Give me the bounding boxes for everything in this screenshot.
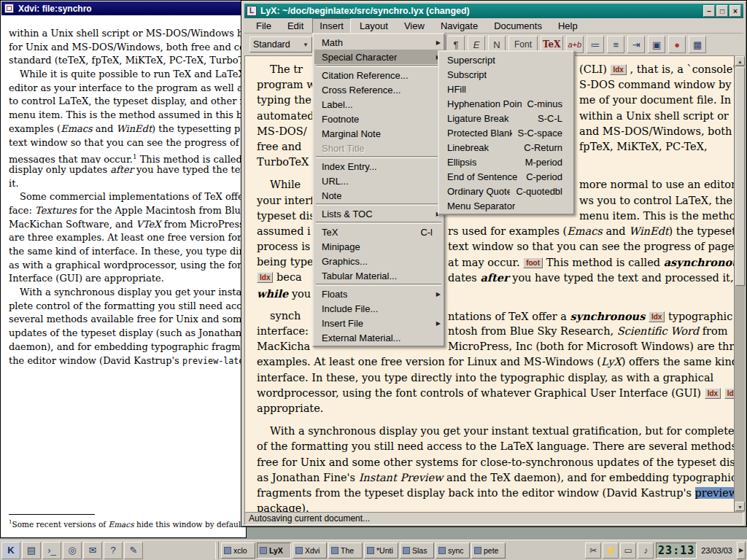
- menu-item[interactable]: External Material... ▶: [314, 330, 443, 345]
- menu-item[interactable]: Tabular Material... ▶: [314, 268, 443, 283]
- table-icon[interactable]: ▦: [689, 36, 706, 53]
- menu-item[interactable]: Ordinary Quote C-quotedbl ▶: [440, 184, 573, 198]
- menu-item[interactable]: ▶: [316, 222, 441, 224]
- menu-item[interactable]: URL... ▶: [314, 174, 443, 188]
- menu-item[interactable]: Graphics... ▶: [314, 254, 443, 268]
- depth-icon[interactable]: ⇥: [627, 36, 645, 53]
- menu-item[interactable]: Linebreak C-Return ▶: [440, 140, 573, 155]
- menu-item[interactable]: Footnote ▶: [314, 112, 443, 126]
- menu-item[interactable]: Marginal Note ▶: [314, 126, 443, 141]
- menu-item[interactable]: TeX C-l ▶: [314, 225, 443, 239]
- konqueror-icon[interactable]: ◎: [63, 542, 82, 559]
- menu-item[interactable]: End of Sentence C-period ▶: [440, 169, 573, 184]
- task-button[interactable]: sync: [436, 542, 470, 559]
- lyx-vertical-scrollbar[interactable]: ▲ ▼: [734, 55, 745, 512]
- taskbar-handle[interactable]: [215, 542, 219, 559]
- combo-arrow-icon: ▼: [303, 42, 309, 48]
- konsole-icon[interactable]: ›_: [42, 542, 61, 559]
- menu-item[interactable]: ▶: [316, 65, 441, 67]
- help-icon[interactable]: ?: [104, 542, 123, 559]
- menubar-item[interactable]: View: [397, 18, 432, 34]
- menubar-item[interactable]: File: [249, 18, 279, 34]
- kmail-icon[interactable]: ✉: [83, 542, 102, 559]
- document-line: package).: [245, 501, 734, 512]
- power-icon[interactable]: ⚡: [603, 542, 619, 559]
- menu-item[interactable]: Ellipsis M-period ▶: [440, 155, 573, 169]
- document-line: fragments from the typeset display back …: [245, 486, 734, 501]
- scroll-down-arrow[interactable]: ▼: [735, 502, 745, 511]
- close-button[interactable]: ×: [729, 5, 741, 17]
- float-icon[interactable]: ▣: [648, 36, 665, 53]
- menu-item[interactable]: Special Character ▶: [314, 50, 443, 64]
- menu-item[interactable]: Cross Reference... ▶: [314, 82, 443, 97]
- special-character-submenu: Superscript ▶ Subscript ▶ HFill ▶ Hyphen…: [438, 50, 575, 215]
- xdvi-text-line: With a synchronous display you get your …: [9, 286, 245, 300]
- minimize-button[interactable]: –: [703, 5, 715, 17]
- menubar-item[interactable]: Help: [551, 18, 585, 34]
- show-desktop-icon[interactable]: ▤: [22, 542, 41, 559]
- itemize-icon[interactable]: ≔: [587, 36, 604, 53]
- taskbar-clock[interactable]: 23:13: [656, 542, 697, 559]
- task-button[interactable]: Xdvi: [293, 542, 327, 559]
- task-window-icon: [224, 547, 231, 554]
- menu-item[interactable]: Protected Blank S-C-space ▶: [440, 125, 573, 140]
- menu-item[interactable]: Note ▶: [314, 188, 443, 203]
- taskbar-launchers: K▤›_◎✉?✎: [1, 542, 143, 559]
- task-button[interactable]: xclo: [221, 542, 255, 559]
- menubar-item[interactable]: Documents: [487, 18, 549, 34]
- menu-item[interactable]: Subscript ▶: [440, 67, 573, 82]
- task-button[interactable]: LyX: [257, 542, 291, 559]
- menubar-item[interactable]: Edit: [280, 18, 311, 34]
- xdvi-text-line: updates of the typeset display (such as …: [9, 327, 245, 341]
- xdvi-window: Xdvi: file:synchro within a Unix shell s…: [0, 0, 247, 538]
- taskbar-date[interactable]: 23/03/03: [699, 546, 735, 555]
- menu-item[interactable]: Label... ▶: [314, 97, 443, 112]
- panel-hide-arrow[interactable]: ▶: [737, 542, 746, 559]
- menubar-item[interactable]: Navigate: [433, 18, 485, 34]
- melt-icon[interactable]: ●: [668, 36, 686, 53]
- xdvi-text-line: for Unix and MS-DOS/Windows, both free a…: [9, 41, 245, 55]
- xdvi-page[interactable]: within a Unix shell script or MS-DOS/Win…: [1, 15, 245, 537]
- window-buttons: –□×: [703, 5, 741, 17]
- menubar-item[interactable]: Layout: [352, 18, 395, 34]
- xdvi-titlebar[interactable]: Xdvi: file:synchro: [1, 1, 245, 15]
- display-icon[interactable]: ▭: [620, 542, 636, 559]
- menu-item[interactable]: Math ▶: [314, 35, 443, 50]
- document-line: appropriate.: [245, 401, 734, 416]
- menu-item[interactable]: Floats ▶: [314, 287, 443, 301]
- menu-item[interactable]: Citation Reference... ▶: [314, 68, 443, 82]
- menu-item[interactable]: Insert File ▶: [314, 316, 443, 330]
- menubar-item[interactable]: Insert: [312, 18, 351, 34]
- menu-item[interactable]: ▶: [316, 203, 441, 206]
- task-button[interactable]: Slas: [400, 542, 434, 559]
- menu-item[interactable]: Ligature Break S-C-L ▶: [440, 111, 573, 125]
- kmenu-icon[interactable]: K: [1, 542, 20, 559]
- editor-icon[interactable]: ✎: [124, 542, 143, 559]
- volume-icon[interactable]: ♪: [638, 542, 654, 559]
- enumerate-icon[interactable]: ≡: [607, 36, 624, 53]
- menu-item[interactable]: Include File... ▶: [314, 301, 443, 316]
- menu-item[interactable]: Hyphenation Point C-minus ▶: [440, 96, 573, 111]
- scroll-up-arrow[interactable]: ▲: [735, 56, 745, 66]
- submenu-arrow-icon: ▶: [436, 291, 441, 298]
- menu-item[interactable]: Index Entry... ▶: [314, 159, 443, 174]
- maximize-button[interactable]: □: [716, 5, 728, 17]
- document-line: examples. At least one free version for …: [245, 354, 734, 370]
- task-button[interactable]: *Unti: [364, 542, 398, 559]
- document-line: of the formatting you still need access …: [245, 439, 734, 454]
- lyx-window-title: LyX: ~/doc/beginlatex/src/synchro.lyx (c…: [260, 6, 470, 16]
- task-button[interactable]: pete: [471, 542, 506, 559]
- task-button[interactable]: The: [328, 542, 363, 559]
- menu-item[interactable]: ▶: [316, 156, 441, 158]
- menu-item[interactable]: Menu Separator ▶: [440, 198, 573, 213]
- menu-item[interactable]: ▶: [316, 284, 441, 286]
- menu-item[interactable]: Lists & TOC ▶: [314, 206, 443, 221]
- menu-item[interactable]: Superscript ▶: [440, 52, 573, 67]
- menu-item[interactable]: HFill ▶: [440, 82, 573, 96]
- klipper-icon[interactable]: ✂: [585, 542, 601, 559]
- lyx-titlebar[interactable]: LyX: ~/doc/beginlatex/src/synchro.lyx (c…: [244, 4, 743, 18]
- layout-combo[interactable]: Standard ▼: [249, 36, 312, 52]
- scrollbar-thumb[interactable]: [735, 67, 745, 286]
- menu-item[interactable]: Minipage ▶: [314, 239, 443, 254]
- menu-item[interactable]: Short Title ▶: [314, 141, 443, 155]
